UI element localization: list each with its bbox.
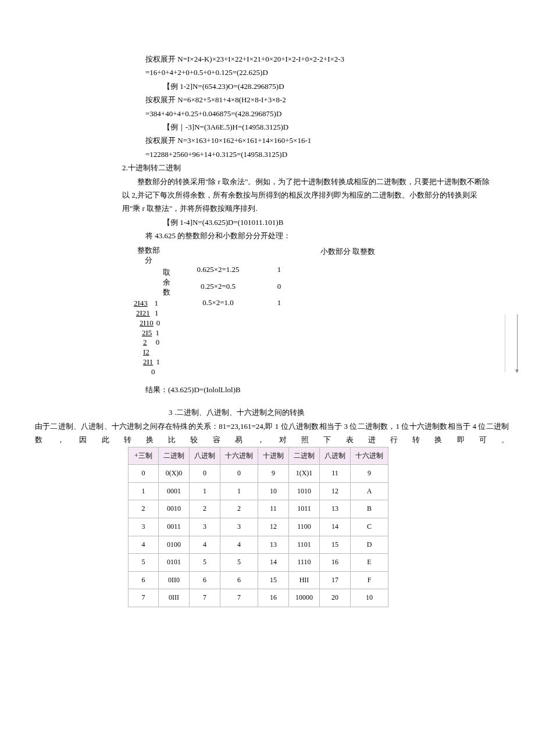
text-line: =12288+2560+96+14+0.3125=(14958.3125)D [17,148,518,161]
remainder-heading: 取余数 [134,268,163,298]
text-line: =384+40+4+0.25+0.046875=(428.296875)D [17,107,518,120]
fraction-multiply-steps: 0.625×2=1.2510.25×2=0.500.5×2=1.01 [174,261,498,311]
table-row: 00(X)00091(X)1119 [129,465,388,483]
table-header: 二进制 [159,447,190,465]
section-heading: 3 .二进制、八进制、十六进制之间的转换 [17,406,518,419]
fraction-part-heading: 小数部分 取整数 [174,246,498,258]
table-header: 八进制 [320,447,351,465]
table-header: 十进制 [258,447,289,465]
text-line: 按权展开 N=I×24-K)×23+I×22+I×21+0×20+I×2-I+0… [17,52,518,66]
section-heading: 2.十进制转二进制 [17,161,518,174]
table-row: 200102211101113B [129,500,388,518]
text-line: 将 43.625 的整数部分和小数部分分开处理： [17,229,518,242]
example-heading: 【例｜-3]N=(3A6E.5)H=(14958.3125)D [17,120,518,134]
table-header: 八进制 [190,447,220,465]
text-line: 按权展开 N=6×82+5×81+4×8(H2×8-I+3×8-2 [17,93,518,106]
down-arrow-icon [517,314,518,372]
calculation-block: 整数部分 取余数 2I4312I2112I1002I512 I202I110 小… [17,246,518,377]
example-heading: 【例 1-4]N=(43.625)D=(101011.101)B [17,216,518,229]
integer-part-heading: 整数部分 [134,246,163,266]
table-row: 401004413110115D [129,536,388,554]
paragraph: 由于二进制、八进制、十六进制之间存在特殊的关系：81=23,161=24,即 1… [17,420,518,447]
table-header: 十六进制 [351,447,388,465]
result-line: 结果：(43.625)D=(IololLlol)B [17,383,518,396]
table-header: 十六进制 [220,447,258,465]
table-row: 70III7716100002010 [129,589,388,607]
table-row: 501015514111016E [129,554,388,572]
table-row: 100011110101012A [129,482,388,500]
text-line: =16+0+4+2+0+0.5+0+0.125=(22.625)D [17,66,518,79]
table-header: 二进制 [289,447,320,465]
arrow-line [505,314,505,372]
text-line: 按权展开 N=3×163+10×162+6×161+14×160+5×16-1 [17,134,518,147]
table-row: 300113312110014C [129,518,388,536]
paragraph: 整数部分的转换采用"除 r 取余法"。例如，为了把十进制数转换成相应的二进制数，… [17,175,518,216]
table-row: 60II06615HII17F [129,571,388,589]
example-heading: 【例 1-2]N=(654.23)O=(428.296875)D [17,80,518,93]
integer-division-steps: 2I4312I2112I1002I512 I202I110 [134,299,163,377]
conversion-table: +三制二进制八进制十六进制十进制二进制八进制十六进制 00(X)00091(X)… [128,447,388,607]
table-header: +三制 [129,447,159,465]
